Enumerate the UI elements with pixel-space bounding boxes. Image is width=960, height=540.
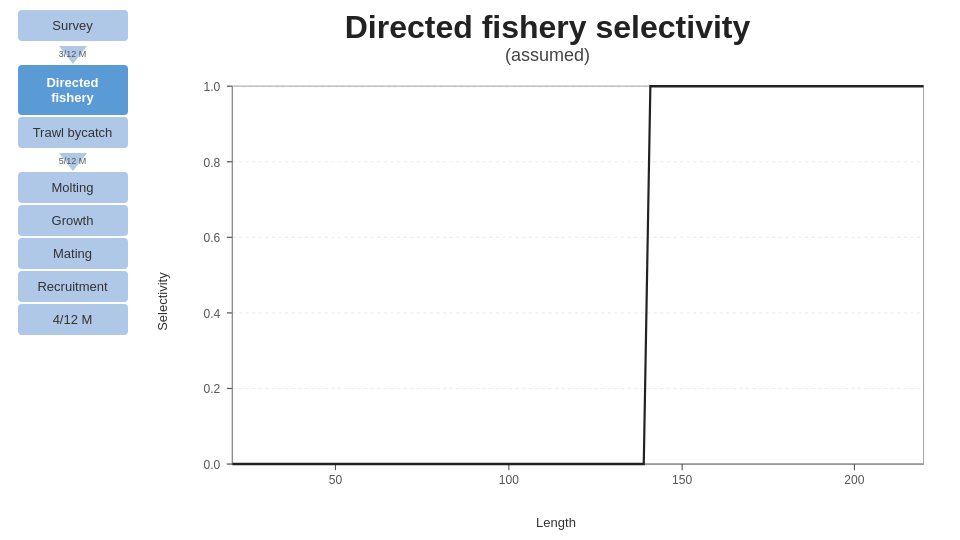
molting-button[interactable]: Molting <box>18 172 128 203</box>
chart-container: Selectivity 0 <box>155 74 940 530</box>
svg-text:50: 50 <box>329 471 342 487</box>
chart-inner: 0.0 0.2 0.4 0.6 0.8 1.0 <box>172 74 940 530</box>
mating-button[interactable]: Mating <box>18 238 128 269</box>
y-axis-label: Selectivity <box>155 74 170 530</box>
chart-subtitle: (assumed) <box>155 45 940 66</box>
svg-text:0.2: 0.2 <box>203 381 220 397</box>
main-content: Directed fishery selectivity (assumed) S… <box>145 0 960 540</box>
svg-text:0.0: 0.0 <box>203 457 220 473</box>
svg-text:0.6: 0.6 <box>203 230 220 246</box>
sidebar: Survey 3/12 M Directedfishery Trawl byca… <box>0 0 145 540</box>
chart-svg: 0.0 0.2 0.4 0.6 0.8 1.0 <box>172 74 940 513</box>
svg-text:1.0: 1.0 <box>203 79 220 95</box>
svg-text:0.8: 0.8 <box>203 154 220 170</box>
survey-button[interactable]: Survey <box>18 10 128 41</box>
svg-text:200: 200 <box>844 471 864 487</box>
svg-text:0.4: 0.4 <box>203 305 220 321</box>
svg-rect-0 <box>232 86 923 464</box>
svg-text:100: 100 <box>499 471 519 487</box>
chart-title: Directed fishery selectivity <box>155 10 940 45</box>
svg-text:150: 150 <box>672 471 692 487</box>
trawl-bycatch-button[interactable]: Trawl bycatch <box>18 117 128 148</box>
recruitment-button[interactable]: Recruitment <box>18 271 128 302</box>
chart-svg-area: 0.0 0.2 0.4 0.6 0.8 1.0 <box>172 74 940 513</box>
412m-button[interactable]: 4/12 M <box>18 304 128 335</box>
growth-button[interactable]: Growth <box>18 205 128 236</box>
x-axis-label: Length <box>172 515 940 530</box>
arrow1-label: 3/12 M <box>59 49 87 59</box>
directed-fishery-button[interactable]: Directedfishery <box>18 65 128 115</box>
arrow2-label: 5/12 M <box>59 156 87 166</box>
